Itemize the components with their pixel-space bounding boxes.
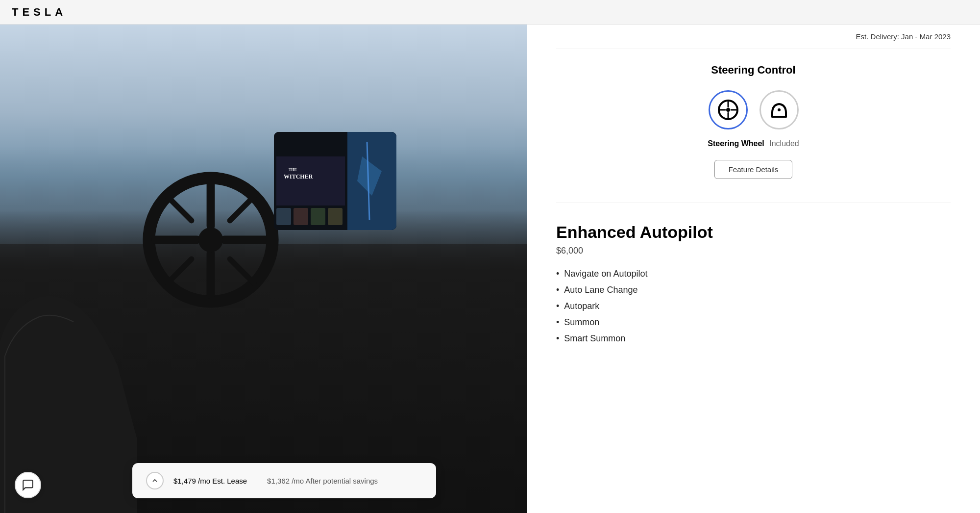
svg-rect-16 — [276, 208, 291, 225]
feature-lane-change: Auto Lane Change — [556, 282, 951, 298]
price-divider — [257, 473, 257, 488]
svg-point-25 — [726, 108, 730, 112]
steering-wheel-option[interactable] — [709, 90, 748, 129]
steering-wheel-visual — [142, 171, 279, 308]
steering-included-label: Included — [769, 139, 799, 148]
svg-rect-18 — [311, 208, 325, 225]
svg-rect-13 — [276, 156, 345, 205]
svg-text:THE: THE — [289, 168, 297, 172]
autopilot-price: $6,000 — [556, 246, 951, 256]
savings-price: $1,362 /mo After potential savings — [267, 477, 378, 485]
autopilot-feature-list: Navigate on Autopilot Auto Lane Change A… — [556, 266, 951, 347]
interior-scene: THE WITCHER — [0, 25, 527, 513]
display-screen: THE WITCHER — [274, 132, 396, 230]
feature-autopark: Autopark — [556, 298, 951, 314]
right-panel: Est. Delivery: Jan - Mar 2023 Steering C… — [527, 25, 980, 513]
steering-control-title: Steering Control — [556, 64, 951, 77]
feature-details-button[interactable]: Feature Details — [714, 160, 793, 179]
steering-selection-label: Steering Wheel Included — [556, 139, 951, 148]
lease-price: $1,479 /mo Est. Lease — [173, 476, 247, 486]
svg-rect-19 — [328, 208, 343, 225]
center-display: THE WITCHER — [274, 132, 396, 230]
tesla-logo: TESLA — [12, 6, 67, 19]
header: TESLA — [0, 0, 980, 25]
main-content: THE WITCHER — [0, 25, 980, 513]
svg-point-29 — [778, 108, 781, 111]
svg-rect-17 — [294, 208, 308, 225]
chevron-up-button[interactable] — [146, 472, 164, 489]
feature-summon: Summon — [556, 314, 951, 331]
autopilot-title: Enhanced Autopilot — [556, 223, 951, 242]
svg-point-5 — [198, 228, 223, 252]
car-image-panel: THE WITCHER — [0, 25, 527, 513]
svg-text:WITCHER: WITCHER — [284, 173, 313, 180]
steering-options — [556, 90, 951, 129]
autopilot-section: Enhanced Autopilot $6,000 Navigate on Au… — [556, 223, 951, 347]
svg-line-8 — [168, 259, 192, 283]
yoke-option[interactable] — [760, 90, 799, 129]
feature-navigate: Navigate on Autopilot — [556, 266, 951, 282]
svg-line-9 — [230, 259, 254, 283]
steering-type-label: Steering Wheel — [708, 139, 764, 148]
chat-button[interactable] — [15, 472, 41, 498]
feature-smart-summon: Smart Summon — [556, 331, 951, 347]
delivery-info: Est. Delivery: Jan - Mar 2023 — [556, 25, 951, 49]
section-divider — [556, 203, 951, 203]
svg-line-6 — [168, 197, 192, 221]
svg-line-7 — [230, 197, 254, 221]
bottom-lease-bar: $1,479 /mo Est. Lease $1,362 /mo After p… — [132, 463, 436, 498]
